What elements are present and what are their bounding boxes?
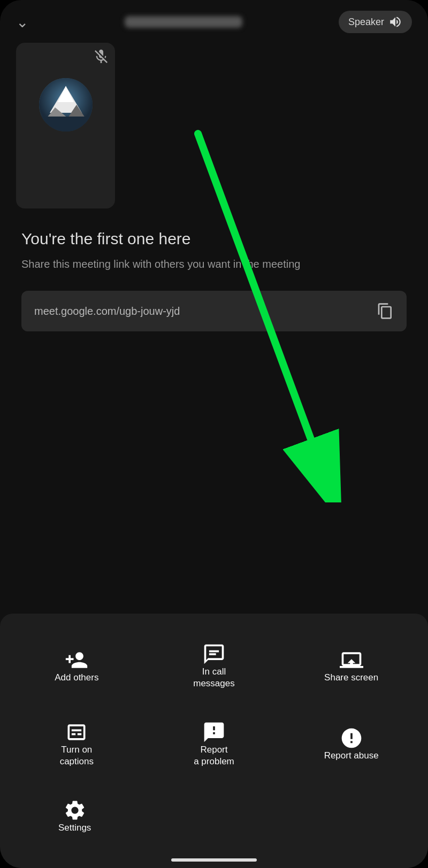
bottom-menu: Add others In callmessages Share screen xyxy=(0,614,428,868)
top-bar: ⌄ Speaker xyxy=(0,0,428,38)
mute-icon xyxy=(93,48,110,65)
main-content: You're the first one here Share this mee… xyxy=(0,230,428,331)
chat-icon xyxy=(202,642,226,666)
report-abuse-button[interactable]: Report abuse xyxy=(285,708,417,780)
share-screen-button[interactable]: Share screen xyxy=(285,630,417,702)
first-one-title: You're the first one here xyxy=(21,230,407,248)
meeting-title-blur xyxy=(125,16,242,28)
meeting-link-text: meet.google.com/ugb-jouw-yjd xyxy=(34,305,180,317)
settings-button[interactable]: Settings xyxy=(11,786,139,847)
svg-rect-8 xyxy=(209,650,219,652)
menu-grid: Add others In callmessages Share screen xyxy=(0,624,428,786)
video-thumbnail xyxy=(16,43,115,208)
report-problem-label: Reporta problem xyxy=(194,744,234,768)
meeting-link-bar[interactable]: meet.google.com/ugb-jouw-yjd xyxy=(21,291,407,331)
settings-label: Settings xyxy=(58,822,91,834)
speaker-icon xyxy=(388,15,402,29)
share-screen-label: Share screen xyxy=(324,672,378,684)
report-problem-button[interactable]: Reporta problem xyxy=(148,708,280,780)
speaker-button[interactable]: Speaker xyxy=(339,11,412,33)
settings-icon xyxy=(63,799,87,822)
report-abuse-label: Report abuse xyxy=(324,750,379,762)
svg-rect-9 xyxy=(209,653,216,655)
in-call-messages-button[interactable]: In callmessages xyxy=(148,630,280,702)
report-problem-icon xyxy=(202,720,226,744)
person-add-icon xyxy=(65,648,88,672)
avatar xyxy=(39,78,93,131)
captions-icon xyxy=(65,720,88,744)
report-abuse-icon xyxy=(340,726,363,750)
speaker-label: Speaker xyxy=(348,17,384,28)
in-call-messages-label: In callmessages xyxy=(193,666,234,689)
turn-on-captions-button[interactable]: Turn oncaptions xyxy=(11,708,143,780)
turn-on-captions-label: Turn oncaptions xyxy=(60,744,94,768)
svg-rect-5 xyxy=(39,117,93,131)
copy-icon[interactable] xyxy=(377,303,394,320)
add-others-label: Add others xyxy=(55,672,98,684)
first-one-subtitle: Share this meeting link with others you … xyxy=(21,257,407,272)
screen-share-icon xyxy=(340,648,363,672)
home-indicator xyxy=(171,858,257,862)
avatar-image xyxy=(39,78,93,131)
chevron-down-icon[interactable]: ⌄ xyxy=(16,13,28,31)
add-others-button[interactable]: Add others xyxy=(11,630,143,702)
screen: ⌄ Speaker xyxy=(0,0,428,868)
